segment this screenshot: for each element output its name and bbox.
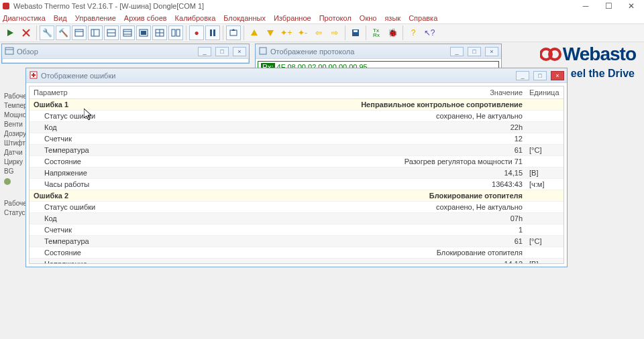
window-minimize-button[interactable]: ─ [574,0,597,12]
cell-parameter: Часы работы [30,179,174,190]
svg-rect-6 [91,29,99,36]
window-overview[interactable]: Обзор _ □ × [1,44,250,64]
toolbar-panel4-button[interactable] [120,25,135,40]
toolbar-fav-up-button[interactable] [247,25,262,40]
window-close-button[interactable]: × [551,71,564,80]
cell-unit: [ч:м] [527,179,564,190]
table-row[interactable]: СостояниеРазогрев регулятора мощности 71 [30,156,564,167]
table-row[interactable]: Температура61[°C] [30,145,564,156]
table-row-header[interactable]: Ошибка 2Блокирование отопителя [30,190,564,202]
table-row[interactable]: Код07h [30,213,564,224]
menu-favorites[interactable]: Избранное [274,14,311,22]
toolbar-panel1-button[interactable] [72,25,87,40]
cell-value: 61 [174,145,527,156]
cell-parameter: Статус ошибки [30,202,174,213]
toolbar-panel3-button[interactable] [104,25,119,40]
column-header-parameter[interactable]: Параметр [30,86,174,99]
menu-blockdata[interactable]: Блокданных [223,14,266,22]
table-row[interactable]: Статус ошибкисохранено, Не актуально [30,202,564,213]
window-title: Обзор [17,48,38,56]
menu-control[interactable]: Управление [75,14,116,22]
menu-language[interactable]: язык [384,14,400,22]
cell-unit [527,133,564,145]
toolbar-wrench2-button[interactable]: 🔨 [56,25,70,40]
menu-view[interactable]: Вид [54,14,67,22]
toolbar-fav-down-button[interactable] [263,25,278,40]
menu-diagnostics[interactable]: Диагностика [3,14,46,22]
toolbar-run-button[interactable] [3,25,17,40]
window-minimize-button[interactable]: _ [450,47,464,56]
window-close-button[interactable]: × [233,47,246,56]
table-row[interactable]: Температура61[°C] [30,236,564,247]
table-row[interactable]: Статус ошибкисохранено, Не актуально [30,111,564,122]
table-row[interactable]: Часы работы13643:43[ч:м] [30,179,564,190]
table-row[interactable]: СостояниеБлокирование отопителя [30,247,564,259]
toolbar-wrench1-button[interactable]: 🔧 [40,25,54,40]
toolbar-separator [186,25,186,40]
toolbar-save-button[interactable] [348,25,363,40]
toolbar-separator [244,25,244,40]
menu-calibration[interactable]: Калибровка [175,14,216,22]
table-row[interactable]: Счетчик1 [30,224,564,236]
table-row[interactable]: Счетчик12 [30,133,564,145]
table-row[interactable]: Напряжение14,15[В] [30,167,564,179]
window-title: Отображение ошибки [41,72,115,80]
menu-help[interactable]: Справка [409,14,437,22]
toolbar-about-button[interactable]: ? [406,25,421,40]
svg-rect-27 [354,30,358,32]
app-icon [1,1,11,11]
svg-rect-18 [172,29,175,36]
cell-unit [527,122,564,133]
cell-value: 12 [174,133,527,145]
svg-rect-4 [75,29,83,36]
cell-value: сохранено, Не актуально [174,202,527,213]
window-maximize-button[interactable]: □ [468,47,481,56]
toolbar-help-button[interactable]: ↖? [422,25,437,40]
toolbar-panel5-button[interactable] [136,25,151,40]
titlebar: Webasto Thermo Test V2.16.T - [W-шина] D… [0,0,644,12]
toolbar-fav-fwd-button[interactable]: ⇨ [327,25,342,40]
toolbar-stop-button[interactable] [19,25,34,40]
toolbar-panel2-button[interactable] [88,25,103,40]
menu-faults[interactable]: Архив сбоев [124,14,167,22]
protocol-icon [258,46,268,57]
cell-parameter: Состояние [30,247,174,259]
window-minimize-button[interactable]: _ [198,47,211,56]
toolbar-export-button[interactable] [226,25,241,40]
column-header-unit[interactable]: Единица [527,86,564,99]
toolbar-panel7-button[interactable] [168,25,183,40]
table-row[interactable]: Код22h [30,122,564,133]
cell-unit: [В] [527,259,564,265]
toolbar-bug-button[interactable]: 🐞 [385,25,400,40]
window-minimize-button[interactable]: _ [516,71,529,80]
menu-protocol[interactable]: Протокол [319,14,352,22]
window-maximize-button[interactable]: □ [533,71,547,80]
menubar: Диагностика Вид Управление Архив сбоев К… [0,12,644,23]
window-maximize-button[interactable]: ☐ [597,0,620,12]
window-close-button[interactable]: ✕ [620,0,643,12]
toolbar-fav-remove-button[interactable]: ✦- [295,25,310,40]
cell-unit [527,247,564,259]
toolbar-panel6-button[interactable] [152,25,167,40]
toolbar-pause-button[interactable] [205,25,220,40]
cell-unit [527,213,564,224]
table-row-header[interactable]: Ошибка 1Неправильное контрольное сопроти… [30,99,564,111]
cell-parameter: Температура [30,145,174,156]
toolbar-record-button[interactable]: ● [189,25,204,40]
column-header-value[interactable]: Значение [174,86,527,99]
toolbar-fav-add-button[interactable]: ✦+ [279,25,294,40]
toolbar-fav-back-button[interactable]: ⇦ [311,25,326,40]
cell-parameter: Напряжение [30,167,174,179]
brand-logo: Webasto [540,45,636,64]
svg-rect-19 [176,29,180,36]
svg-rect-32 [260,48,266,54]
table-row[interactable]: Напряжение14,12[В] [30,259,564,265]
menu-window[interactable]: Окно [360,14,377,22]
toolbar-txrx-button[interactable]: TxRx [369,25,384,40]
window-close-button[interactable]: × [485,47,498,56]
svg-marker-25 [267,30,274,36]
window-maximize-button[interactable]: □ [215,47,229,56]
cell-value: 14,15 [174,167,527,179]
toolbar-separator [223,25,223,40]
window-errors[interactable]: Отображение ошибки _ □ × Параметр Значен… [25,68,568,267]
